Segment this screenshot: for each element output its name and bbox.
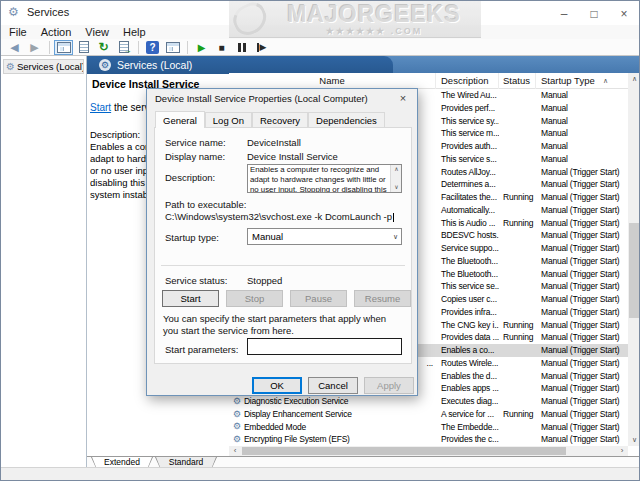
service-description-cell: This service m... xyxy=(436,127,499,140)
dialog-close-icon[interactable]: × xyxy=(389,89,417,108)
service-status-cell xyxy=(499,344,536,357)
dialog-tab-log-on[interactable]: Log On xyxy=(205,112,252,127)
description-textarea[interactable]: Enables a computer to recognize and adap… xyxy=(247,164,402,193)
service-name-cell: ⚙Encrypting File System (EFS) xyxy=(229,433,436,446)
service-status-cell: Running xyxy=(499,319,536,332)
scroll-left-icon[interactable]: ‹ xyxy=(229,446,241,456)
start-service-icon[interactable]: ▶ xyxy=(192,40,211,55)
scroll-right-icon[interactable]: › xyxy=(616,446,628,456)
service-name-text: Display Enhancement Service xyxy=(244,408,352,421)
service-startup-cell: Manual (Trigger Start) xyxy=(536,217,628,230)
vertical-scroll-thumb[interactable] xyxy=(629,223,640,318)
watermark-text: MAJORGEEKS xyxy=(267,3,481,26)
start-parameters-label: Start parameters: xyxy=(165,344,238,355)
service-description-cell: Routes AllJoy... xyxy=(436,166,499,179)
service-startup-cell: Manual (Trigger Start) xyxy=(536,280,628,293)
tree-item-services-local[interactable]: ⚙ Services (Local) xyxy=(3,59,84,74)
resume-service-button: Resume xyxy=(354,290,411,307)
service-description-cell: Provides auth... xyxy=(436,140,499,153)
service-startup-cell: Manual xyxy=(536,153,628,166)
pause-service-icon[interactable] xyxy=(232,40,251,55)
toolbar-separator xyxy=(49,41,50,54)
service-status-label: Service status: xyxy=(165,275,227,286)
close-icon[interactable]: × xyxy=(609,1,639,27)
column-header-description[interactable]: Description xyxy=(436,73,499,89)
restart-service-icon[interactable]: ▶ xyxy=(252,40,271,55)
service-startup-cell: Manual (Trigger Start) xyxy=(536,242,628,255)
startup-type-dropdown[interactable]: Manual ∨ xyxy=(247,228,402,245)
tree-item-label: Services (Local) xyxy=(17,61,84,72)
service-startup-cell: Manual (Trigger Start) xyxy=(536,268,628,281)
column-header-name[interactable]: Name xyxy=(229,73,436,89)
ok-button[interactable]: OK xyxy=(252,377,302,394)
service-status-value: Stopped xyxy=(247,275,282,286)
service-status-cell xyxy=(499,127,536,140)
service-description-cell: Enables the d... xyxy=(436,370,499,383)
dialog-tab-dependencies[interactable]: Dependencies xyxy=(308,112,385,127)
scroll-down-icon[interactable]: ∨ xyxy=(628,434,640,446)
service-description-cell: BDESVC hosts... xyxy=(436,229,499,242)
service-row[interactable]: ⚙Diagnostic Execution ServiceExecutes di… xyxy=(229,395,628,408)
menu-action[interactable]: Action xyxy=(41,26,72,38)
dialog-tab-recovery[interactable]: Recovery xyxy=(252,112,308,127)
service-startup-cell: Manual (Trigger Start) xyxy=(536,433,628,446)
show-console-tree-icon[interactable] xyxy=(54,40,73,55)
service-startup-cell: Manual xyxy=(536,89,628,102)
view-tab-standard[interactable]: Standard xyxy=(155,457,217,468)
service-description-cell: Routes Wirele... xyxy=(436,357,499,370)
service-status-cell xyxy=(499,140,536,153)
service-startup-cell: Manual (Trigger Start) xyxy=(536,344,628,357)
service-startup-cell: Manual (Trigger Start) xyxy=(536,166,628,179)
service-status-cell: Running xyxy=(499,191,536,204)
view-tab-extended[interactable]: Extended xyxy=(91,457,153,468)
start-parameters-input[interactable] xyxy=(247,338,402,355)
description-line: Description: xyxy=(90,129,148,141)
menu-file[interactable]: File xyxy=(9,26,27,38)
service-startup-cell: Manual (Trigger Start) xyxy=(536,370,628,383)
export-list-icon[interactable] xyxy=(114,40,133,55)
cancel-button[interactable]: Cancel xyxy=(308,377,358,394)
service-status-cell xyxy=(499,204,536,217)
back-icon[interactable]: ◀ xyxy=(5,40,24,55)
dialog-tab-general[interactable]: General xyxy=(155,111,205,128)
service-description-cell: Facilitates the... xyxy=(436,191,499,204)
refresh-icon[interactable]: ↻ xyxy=(94,40,113,55)
column-header-status[interactable]: Status xyxy=(499,73,536,89)
service-row[interactable]: ⚙Encrypting File System (EFS)Provides th… xyxy=(229,433,628,446)
maximize-icon[interactable]: □ xyxy=(579,1,609,27)
service-startup-cell: Manual xyxy=(536,140,628,153)
service-description-cell: This is Audio ... xyxy=(436,217,499,230)
horizontal-scroll-thumb[interactable] xyxy=(242,447,566,455)
start-service-button[interactable]: Start xyxy=(162,290,219,307)
start-service-link[interactable]: Start xyxy=(90,102,111,113)
scroll-down-icon[interactable]: ∨ xyxy=(391,183,402,192)
services-app-icon: ⚙ xyxy=(8,5,19,19)
service-status-cell xyxy=(499,89,536,102)
vertical-scrollbar[interactable]: ∧ ∨ xyxy=(628,73,640,446)
dialog-title-bar: Device Install Service Properties (Local… xyxy=(147,89,417,109)
minimize-icon[interactable]: – xyxy=(549,1,579,27)
properties-icon[interactable] xyxy=(74,40,93,55)
status-bar xyxy=(1,467,640,481)
service-row[interactable]: ⚙Embedded ModeThe Embedde...Manual (Trig… xyxy=(229,421,628,434)
description-line: Enables a compu xyxy=(90,141,148,153)
service-row[interactable]: ⚙Display Enhancement ServiceA service fo… xyxy=(229,408,628,421)
scroll-up-icon[interactable]: ∧ xyxy=(628,73,640,85)
properties-dialog: Device Install Service Properties (Local… xyxy=(146,88,418,396)
textarea-scrollbar[interactable]: ∧ ∨ xyxy=(390,165,401,192)
service-status-cell xyxy=(499,306,536,319)
help-icon[interactable]: ? xyxy=(143,40,162,55)
service-startup-cell: Manual xyxy=(536,127,628,140)
scroll-up-icon[interactable]: ∧ xyxy=(391,165,402,174)
service-startup-cell: Manual (Trigger Start) xyxy=(536,255,628,268)
column-header-startup-type[interactable]: Startup Type ∧ xyxy=(536,73,628,89)
stop-service-icon[interactable]: ■ xyxy=(212,40,231,55)
service-startup-cell: Manual (Trigger Start) xyxy=(536,331,628,344)
service-description-text: Description:Enables a compuadapt to hard… xyxy=(90,129,148,201)
forward-icon[interactable]: ▶ xyxy=(25,40,44,55)
menu-view[interactable]: View xyxy=(85,26,109,38)
horizontal-scrollbar[interactable]: ‹ › xyxy=(229,446,628,456)
menu-help[interactable]: Help xyxy=(123,26,146,38)
show-action-pane-icon[interactable] xyxy=(163,40,182,55)
service-description-cell: Enables apps ... xyxy=(436,382,499,395)
